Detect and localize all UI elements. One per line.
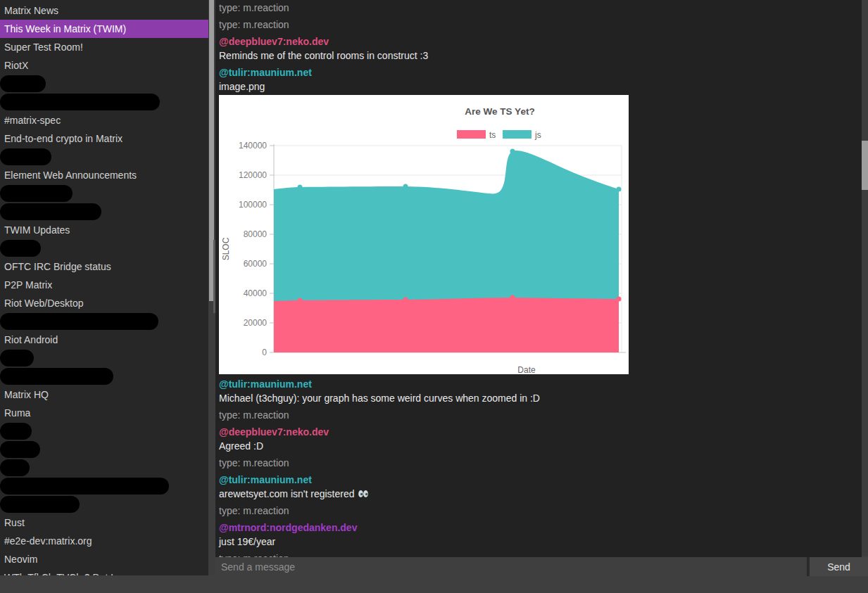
room-label: P2P Matrix [0, 279, 52, 291]
svg-text:40000: 40000 [244, 288, 268, 298]
message-input[interactable] [215, 557, 807, 576]
message-list: type: m.reactiontype: m.reaction@deepblu… [215, 1, 862, 566]
room-label: Neovim [0, 554, 37, 565]
matrix-client-window: Matrix NewsThis Week in Matrix (TWIM)Sup… [0, 0, 868, 593]
room-item[interactable]: #matrix-spec [0, 111, 208, 129]
room-item-redacted[interactable] [0, 203, 208, 221]
room-item-redacted[interactable] [0, 440, 208, 459]
room-item[interactable]: Element Web Announcements [0, 166, 208, 184]
room-item[interactable]: Ruma [0, 404, 208, 422]
y-axis-title: SLOC [221, 237, 231, 260]
redaction-mark [0, 350, 34, 366]
svg-text:20000: 20000 [244, 318, 268, 328]
room-item[interactable]: OFTC IRC Bridge status [0, 257, 208, 276]
redaction-mark [0, 148, 51, 165]
room-item[interactable]: Rust [0, 514, 208, 532]
chat-scrollbar[interactable] [862, 0, 868, 556]
svg-text:0: 0 [262, 347, 267, 357]
message-text: Michael (t3chguy): your graph has some w… [219, 391, 862, 405]
legend-label-js[interactable]: js [534, 130, 541, 140]
room-label: Super Test Room! [0, 42, 83, 53]
room-item-redacted[interactable] [0, 349, 208, 367]
svg-text:120000: 120000 [239, 170, 267, 180]
sidebar-scrollbar[interactable] [208, 0, 215, 575]
svg-text:140000: 140000 [239, 141, 267, 151]
room-item-redacted[interactable] [0, 367, 208, 385]
room-label: OFTC IRC Bridge status [0, 261, 111, 272]
room-item-redacted[interactable] [0, 477, 208, 495]
room-item[interactable]: TWIM Updates [0, 221, 208, 239]
room-item-redacted[interactable] [0, 184, 208, 203]
message-sender[interactable]: @tulir:maunium.net [219, 377, 862, 391]
redaction-mark [0, 496, 80, 513]
legend-swatch-ts[interactable] [457, 130, 486, 139]
message-meta: type: m.reaction [219, 408, 862, 422]
message-text: Reminds me of the control rooms in const… [219, 49, 862, 63]
room-item-redacted[interactable] [0, 239, 208, 257]
room-item[interactable]: Super Test Room! [0, 38, 208, 56]
legend-swatch-js[interactable] [503, 130, 532, 139]
redaction-mark [0, 203, 101, 220]
redaction-mark [0, 240, 41, 257]
room-item[interactable]: Riot Web/Desktop [0, 294, 208, 312]
room-item[interactable]: Matrix News [0, 1, 208, 20]
room-item-redacted[interactable] [0, 459, 208, 477]
room-item[interactable]: This Week in Matrix (TWIM) [0, 20, 208, 38]
svg-text:80000: 80000 [244, 229, 268, 239]
eyes-emoji [358, 487, 369, 502]
send-button[interactable]: Send [810, 557, 868, 576]
message-text: just 19€/year [219, 535, 862, 549]
redaction-mark [0, 94, 160, 110]
message-composer: Send [215, 557, 868, 576]
message-text: arewetsyet.com isn't registered [219, 487, 862, 501]
room-item-redacted[interactable] [0, 312, 208, 331]
message-sender[interactable]: @tulir:maunium.net [219, 65, 862, 79]
window-bottom-band [0, 575, 868, 593]
redaction-mark [0, 313, 158, 330]
room-item[interactable]: RiotX [0, 56, 208, 75]
redaction-mark [0, 185, 73, 202]
redaction-mark [0, 75, 46, 92]
chat-scrollbar-thumb[interactable] [862, 141, 868, 190]
room-item[interactable]: Matrix HQ [0, 385, 208, 404]
chart-image[interactable]: Are We TS Yet? ts js 140000 120000 10000… [219, 95, 629, 374]
room-label: Matrix HQ [0, 389, 49, 400]
room-label: #e2e-dev:matrix.org [0, 535, 92, 547]
room-item[interactable]: #e2e-dev:matrix.org [0, 532, 208, 550]
room-label: Riot Android [0, 334, 58, 345]
message-meta: type: m.reaction [219, 504, 862, 518]
room-item-redacted[interactable] [0, 148, 208, 166]
room-label: #matrix-spec [0, 115, 61, 126]
room-label: RiotX [0, 60, 28, 71]
legend-label-ts[interactable]: ts [489, 130, 496, 140]
message-meta: type: m.reaction [219, 1, 862, 15]
room-item-redacted[interactable] [0, 93, 208, 111]
message-sender[interactable]: @tulir:maunium.net [219, 473, 862, 487]
message-meta: type: m.reaction [219, 18, 862, 32]
room-item[interactable]: P2P Matrix [0, 276, 208, 294]
message-sender[interactable]: @mtrnord:nordgedanken.dev [219, 521, 862, 535]
room-item[interactable]: WTh Tfl Ch TVCh ? Dnt L [0, 568, 208, 575]
room-item[interactable]: End-to-end crypto in Matrix [0, 129, 208, 148]
room-list: Matrix NewsThis Week in Matrix (TWIM)Sup… [0, 0, 208, 575]
y-axis-ticks: 140000 120000 100000 80000 60000 40000 2… [239, 141, 267, 357]
room-item[interactable]: Riot Android [0, 331, 208, 349]
room-item[interactable]: Neovim [0, 550, 208, 568]
svg-text:60000: 60000 [244, 259, 268, 269]
room-label: Rust [0, 517, 25, 528]
room-sidebar: Matrix NewsThis Week in Matrix (TWIM)Sup… [0, 0, 208, 575]
message-sender[interactable]: @deepbluev7:neko.dev [219, 425, 862, 439]
room-label: TWIM Updates [0, 224, 70, 236]
room-item-redacted[interactable] [0, 495, 208, 514]
message-text: Agreed :D [219, 439, 862, 453]
redaction-mark [0, 441, 40, 458]
message-sender[interactable]: @deepbluev7:neko.dev [219, 34, 862, 49]
redaction-mark [0, 368, 113, 385]
room-label: Ruma [0, 407, 30, 419]
room-label: Element Web Announcements [0, 170, 137, 181]
room-item-redacted[interactable] [0, 422, 208, 440]
room-label: Riot Web/Desktop [0, 298, 84, 309]
x-axis-title: Date [517, 365, 536, 374]
room-label: Matrix News [0, 5, 58, 16]
room-item-redacted[interactable] [0, 75, 208, 93]
